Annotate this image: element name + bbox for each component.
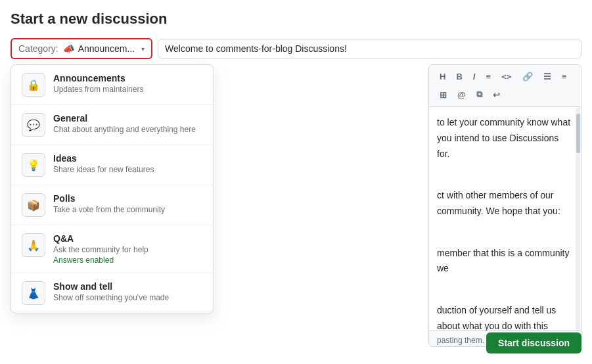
main-area: 🔒 Announcements Updates from maintainers… [11,64,581,347]
toolbar-list-btn[interactable]: ≡ [483,70,493,83]
ideas-text: Ideas Share ideas for new features [53,153,154,174]
editor-line-2 [437,167,573,183]
toolbar-table-btn[interactable]: ⊞ [437,89,449,101]
megaphone-icon: 📣 [64,43,74,54]
polls-desc: Take a vote from the community [53,205,165,214]
toolbar-mention-btn[interactable]: @ [455,89,468,101]
editor-line-4 [437,225,573,240]
dropdown-item-general[interactable]: 💬 General Chat about anything and everyt… [11,105,214,145]
category-dropdown-button[interactable]: Category: 📣 Announcem... ▾ [11,38,152,59]
dropdown-item-ideas[interactable]: 💡 Ideas Share ideas for new features [11,145,214,185]
chevron-down-icon: ▾ [141,45,145,53]
show-and-tell-text: Show and tell Show off something you've … [53,281,169,302]
toolbar-italic-btn[interactable]: I [470,70,478,83]
ideas-icon: 💡 [22,153,45,177]
ideas-desc: Share ideas for new features [53,165,154,174]
editor-line-6 [437,282,573,298]
general-text: General Chat about anything and everythi… [53,113,196,134]
qa-icon: 🙏 [22,233,45,257]
scrollbar-thumb [576,114,580,153]
announcements-text: Announcements Updates from maintainers [53,73,143,94]
polls-name: Polls [53,193,165,204]
show-and-tell-icon: 👗 [22,281,45,305]
toolbar-ul-btn[interactable]: ☰ [541,70,554,83]
announcements-icon: 🔒 [22,73,45,97]
announcements-desc: Updates from maintainers [53,85,143,94]
category-dropdown: 🔒 Announcements Updates from maintainers… [11,64,214,313]
announcements-name: Announcements [53,73,143,83]
editor-line-1: to let your community know what you inte… [437,115,573,162]
top-row: Category: 📣 Announcem... ▾ [11,38,581,59]
editor-line-5: member that this is a community we [437,246,573,277]
toolbar-heading-btn[interactable]: H [437,70,448,83]
editor-content: to let your community know what you inte… [437,115,573,330]
editor-container: H B I ≡ <> 🔗 ☰ ≡ ⊞ @ ⧉ ↩ to let your com… [428,64,581,347]
discussion-title-input[interactable] [158,39,581,58]
qa-badge: Answers enabled [53,256,148,265]
toolbar-link-btn[interactable]: 🔗 [520,70,535,83]
page-container: Start a new discussion Category: 📣 Annou… [0,0,592,364]
qa-text: Q&A Ask the community for help Answers e… [53,233,148,265]
toolbar-code-btn[interactable]: <> [499,70,514,83]
toolbar-undo-btn[interactable]: ↩ [490,89,503,101]
show-and-tell-name: Show and tell [53,281,169,292]
editor-body[interactable]: to let your community know what you inte… [429,107,581,330]
editor-scrollbar[interactable] [576,107,581,330]
start-discussion-button[interactable]: Start discussion [486,332,581,353]
polls-text: Polls Take a vote from the community [53,193,165,214]
general-desc: Chat about anything and everything here [53,125,196,134]
editor-toolbar: H B I ≡ <> 🔗 ☰ ≡ ⊞ @ ⧉ ↩ [429,65,581,107]
page-title: Start a new discussion [11,11,581,28]
ideas-name: Ideas [53,153,154,164]
dropdown-item-show-and-tell[interactable]: 👗 Show and tell Show off something you'v… [11,273,214,313]
general-icon: 💬 [22,113,45,137]
qa-name: Q&A [53,233,148,244]
dropdown-item-announcements[interactable]: 🔒 Announcements Updates from maintainers [11,65,214,105]
bottom-row: Start discussion [486,332,581,353]
dropdown-item-qa[interactable]: 🙏 Q&A Ask the community for help Answers… [11,225,214,273]
editor-line-7: duction of yourself and tell us about wh… [437,303,573,330]
general-name: General [53,113,196,124]
category-selected: Announcem... [78,43,135,54]
dropdown-item-polls[interactable]: 📦 Polls Take a vote from the community [11,185,214,225]
toolbar-ol-btn[interactable]: ≡ [559,70,570,83]
polls-icon: 📦 [22,193,45,217]
qa-desc: Ask the community for help [53,245,148,254]
category-label: Category: [18,43,58,54]
footer-paste-note: pasting them. [437,336,484,345]
toolbar-bold-btn[interactable]: B [453,70,465,83]
show-and-tell-desc: Show off something you've made [53,293,169,302]
toolbar-ref-btn[interactable]: ⧉ [474,88,485,101]
editor-line-3: ct with other members of our community. … [437,188,573,219]
